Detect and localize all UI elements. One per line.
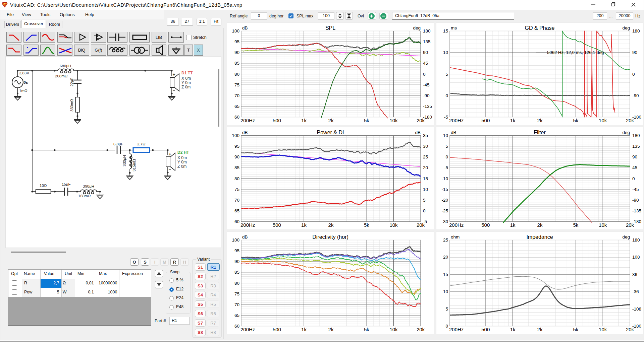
svg-text:100: 100 bbox=[232, 133, 239, 138]
svg-text:0: 0 bbox=[632, 176, 635, 181]
svg-text:15μF: 15μF bbox=[62, 182, 70, 186]
svg-text:X 0m: X 0m bbox=[181, 76, 191, 81]
svg-text:90: 90 bbox=[632, 50, 637, 55]
svg-text:5: 5 bbox=[445, 306, 448, 312]
svg-text:85: 85 bbox=[234, 165, 239, 170]
svg-text:10k: 10k bbox=[389, 118, 398, 123]
svg-text:90: 90 bbox=[423, 50, 428, 55]
svg-text:45: 45 bbox=[632, 165, 637, 170]
svg-text:GD & Phase: GD & Phase bbox=[525, 25, 555, 31]
svg-text:200Hz: 200Hz bbox=[240, 222, 255, 228]
svg-text:70: 70 bbox=[234, 198, 239, 203]
svg-text:200Hz: 200Hz bbox=[449, 118, 464, 123]
svg-text:70: 70 bbox=[234, 302, 239, 307]
svg-text:10: 10 bbox=[443, 289, 448, 294]
svg-text:0: 0 bbox=[632, 72, 635, 77]
svg-text:5k: 5k bbox=[364, 118, 369, 123]
svg-text:80: 80 bbox=[234, 176, 239, 181]
svg-text:10Ω: 10Ω bbox=[40, 184, 47, 188]
svg-text:5k: 5k bbox=[364, 327, 369, 332]
svg-text:15: 15 bbox=[443, 28, 448, 33]
svg-text:10: 10 bbox=[443, 50, 448, 55]
svg-text:2k: 2k bbox=[537, 118, 543, 123]
svg-text:2,83V: 2,83V bbox=[19, 71, 29, 75]
svg-text:deg: deg bbox=[413, 25, 421, 30]
svg-text:-36: -36 bbox=[632, 289, 639, 294]
svg-text:75: 75 bbox=[234, 187, 239, 192]
svg-text:dB: dB bbox=[451, 130, 457, 135]
svg-text:500: 500 bbox=[273, 222, 281, 228]
svg-text:100: 100 bbox=[232, 237, 239, 243]
svg-text:45: 45 bbox=[423, 61, 428, 66]
svg-text:deg: deg bbox=[622, 130, 630, 135]
svg-text:1k: 1k bbox=[301, 222, 307, 228]
svg-text:-15: -15 bbox=[441, 187, 448, 192]
svg-text:−: − bbox=[169, 167, 171, 172]
svg-text:20k: 20k bbox=[417, 118, 425, 123]
svg-text:2k: 2k bbox=[328, 118, 334, 123]
svg-text:90: 90 bbox=[234, 50, 239, 55]
svg-text:0: 0 bbox=[445, 324, 448, 329]
svg-text:75: 75 bbox=[234, 291, 239, 296]
svg-text:20k: 20k bbox=[626, 222, 634, 228]
svg-text:180: 180 bbox=[632, 28, 640, 33]
svg-text:1k: 1k bbox=[510, 327, 516, 332]
svg-text:−: − bbox=[173, 88, 175, 93]
svg-text:90: 90 bbox=[632, 154, 637, 159]
svg-text:-108: -108 bbox=[632, 306, 641, 312]
svg-text:1mΩ: 1mΩ bbox=[19, 89, 28, 93]
svg-text:200Hz: 200Hz bbox=[240, 118, 255, 123]
svg-text:0s: 0s bbox=[24, 80, 28, 84]
svg-text:5062 Hz, 12,0 ms, 126,1 deg: 5062 Hz, 12,0 ms, 126,1 deg bbox=[547, 50, 604, 55]
svg-text:95: 95 bbox=[234, 39, 239, 44]
svg-text:85: 85 bbox=[234, 270, 239, 275]
svg-text:208mΩ: 208mΩ bbox=[55, 74, 68, 78]
svg-text:200Hz: 200Hz bbox=[449, 222, 464, 228]
svg-text:500: 500 bbox=[273, 118, 281, 123]
svg-text:-25: -25 bbox=[441, 208, 448, 213]
svg-text:Power & DI: Power & DI bbox=[317, 130, 344, 135]
svg-text:2k: 2k bbox=[328, 222, 334, 228]
svg-text:390μH: 390μH bbox=[83, 184, 94, 188]
svg-text:Impedance: Impedance bbox=[526, 234, 553, 240]
svg-text:60: 60 bbox=[234, 324, 239, 329]
svg-text:5: 5 bbox=[445, 144, 448, 149]
svg-text:+: + bbox=[173, 72, 175, 77]
svg-text:160mΩ: 160mΩ bbox=[78, 194, 91, 198]
svg-text:95: 95 bbox=[234, 144, 239, 149]
svg-text:25: 25 bbox=[443, 237, 448, 243]
svg-text:0: 0 bbox=[445, 154, 448, 159]
svg-text:65: 65 bbox=[234, 313, 239, 318]
svg-text:95: 95 bbox=[234, 248, 239, 253]
svg-text:dB: dB bbox=[415, 130, 421, 135]
svg-text:+: + bbox=[169, 151, 171, 157]
svg-text:Y 0m: Y 0m bbox=[177, 160, 187, 164]
svg-text:5k: 5k bbox=[364, 222, 369, 228]
svg-text:deg: deg bbox=[622, 234, 630, 240]
svg-text:5k: 5k bbox=[573, 222, 578, 228]
svg-text:-90: -90 bbox=[423, 93, 430, 98]
svg-text:75: 75 bbox=[234, 82, 239, 87]
svg-text:15: 15 bbox=[423, 176, 428, 181]
svg-text:180: 180 bbox=[632, 237, 640, 243]
svg-text:1k: 1k bbox=[510, 222, 516, 228]
svg-text:20: 20 bbox=[423, 165, 428, 170]
svg-text:1k: 1k bbox=[301, 327, 307, 332]
svg-text:1k: 1k bbox=[510, 118, 516, 123]
svg-text:-90: -90 bbox=[632, 198, 639, 203]
svg-text:D2 HT: D2 HT bbox=[177, 150, 189, 155]
svg-text:85: 85 bbox=[234, 61, 239, 66]
svg-text:80: 80 bbox=[234, 72, 239, 77]
svg-text:20k: 20k bbox=[626, 118, 634, 123]
svg-text:-90: -90 bbox=[632, 93, 639, 98]
svg-text:dB: dB bbox=[242, 130, 248, 135]
svg-text:0: 0 bbox=[423, 208, 426, 213]
svg-text:2k: 2k bbox=[537, 327, 543, 332]
svg-text:10k: 10k bbox=[599, 327, 607, 332]
svg-text:5: 5 bbox=[423, 198, 426, 203]
svg-text:Filter: Filter bbox=[534, 130, 546, 135]
svg-text:SPL: SPL bbox=[325, 25, 335, 31]
svg-text:100: 100 bbox=[232, 28, 239, 33]
svg-text:180: 180 bbox=[632, 133, 640, 138]
svg-text:315mΩ: 315mΩ bbox=[132, 159, 136, 172]
